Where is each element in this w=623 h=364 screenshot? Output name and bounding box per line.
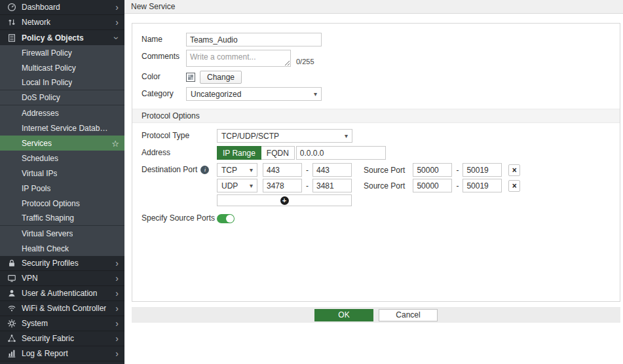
chevron-right-icon: › xyxy=(115,334,119,343)
sidebar-item-protocol-options[interactable]: Protocol Options xyxy=(0,196,124,211)
gear-icon xyxy=(7,319,16,329)
address-label: Address xyxy=(142,146,217,160)
sidebar-item-wifi-switch-controller[interactable]: WiFi & Switch Controller› xyxy=(0,301,124,316)
category-select-value: Uncategorized xyxy=(191,90,241,99)
sidebar-item-label: System xyxy=(22,319,48,328)
sidebar-item-internet-service-database[interactable]: Internet Service Database xyxy=(0,120,124,136)
sidebar-item-traffic-shaping[interactable]: Traffic Shaping xyxy=(0,211,124,226)
dest-port-high-input[interactable] xyxy=(312,163,352,177)
dest-port-low-input[interactable] xyxy=(263,163,302,177)
remove-port-row-button[interactable]: × xyxy=(508,164,520,176)
ok-button[interactable]: OK xyxy=(314,309,373,321)
protocol-type-label: Protocol Type xyxy=(142,129,217,143)
address-type-fqdn-button[interactable]: FQDN xyxy=(261,146,295,160)
sidebar-item-addresses[interactable]: Addresses xyxy=(0,105,124,120)
sidebar-item-log-report[interactable]: Log & Report› xyxy=(0,346,124,361)
sidebar-item-local-in-policy[interactable]: Local In Policy xyxy=(0,75,124,90)
sidebar-item-label: WiFi & Switch Controller xyxy=(22,304,106,313)
chevron-right-icon: › xyxy=(115,259,119,268)
sidebar-item-schedules[interactable]: Schedules xyxy=(0,151,124,166)
chevron-right-icon: › xyxy=(115,349,119,358)
sidebar-item-firewall-policy[interactable]: Firewall Policy xyxy=(0,45,124,60)
sidebar-item-multicast-policy[interactable]: Multicast Policy xyxy=(0,60,124,75)
chevron-right-icon: › xyxy=(115,289,119,298)
sidebar-item-label: Health Check xyxy=(22,244,69,253)
add-port-row-container: + xyxy=(217,194,352,206)
sidebar-item-network[interactable]: Network› xyxy=(0,15,124,30)
favorite-star-icon[interactable]: ☆ xyxy=(111,139,119,147)
sidebar-item-system[interactable]: System› xyxy=(0,316,124,331)
sidebar-item-virtual-ips[interactable]: Virtual IPs xyxy=(0,166,124,181)
name-input[interactable] xyxy=(186,33,322,46)
source-port-label: Source Port xyxy=(364,166,405,175)
app-root: Dashboard›Network›Policy & Objects›Firew… xyxy=(0,0,623,364)
chevron-down-icon: ▾ xyxy=(314,90,317,98)
sidebar-item-health-check[interactable]: Health Check xyxy=(0,241,124,256)
protocol-select-value: TCP xyxy=(221,166,237,175)
source-port-high-input[interactable] xyxy=(463,163,502,177)
form-footer: OK Cancel xyxy=(132,307,620,323)
chevron-right-icon: › xyxy=(115,274,119,283)
chevron-down-icon: ▾ xyxy=(250,182,253,189)
sidebar-item-user-authentication[interactable]: User & Authentication› xyxy=(0,286,124,301)
source-port-high-input[interactable] xyxy=(463,179,502,192)
address-input[interactable] xyxy=(296,146,386,160)
info-icon[interactable]: i xyxy=(200,166,209,174)
range-dash: - xyxy=(306,181,309,191)
destination-port-row: UDP▾-Source Port-× xyxy=(217,179,520,192)
chevron-right-icon: › xyxy=(115,18,119,27)
comments-char-counter: 0/255 xyxy=(296,58,314,67)
sidebar-item-label: DoS Policy xyxy=(22,93,60,102)
color-label: Color xyxy=(142,70,186,84)
sidebar-item-label: Dashboard xyxy=(22,3,60,12)
sidebar-item-policy-objects[interactable]: Policy & Objects› xyxy=(0,30,124,45)
protocol-select[interactable]: TCP▾ xyxy=(217,163,257,177)
remove-port-row-button[interactable]: × xyxy=(508,180,520,192)
sidebar-item-dashboard[interactable]: Dashboard› xyxy=(0,0,124,15)
destination-port-row: TCP▾-Source Port-× xyxy=(217,163,520,177)
sidebar-item-virtual-servers[interactable]: Virtual Servers xyxy=(0,226,124,241)
source-port-low-input[interactable] xyxy=(413,163,452,177)
sidebar-item-security-fabric[interactable]: Security Fabric› xyxy=(0,331,124,346)
color-change-button[interactable]: Change xyxy=(200,71,242,84)
sidebar-item-label: Protocol Options xyxy=(22,199,80,208)
address-type-ip-range-button[interactable]: IP Range xyxy=(217,146,261,160)
sidebar-item-label: Virtual Servers xyxy=(22,229,73,238)
category-select[interactable]: Uncategorized ▾ xyxy=(186,87,322,101)
log-chart-icon xyxy=(7,349,16,359)
source-port-low-input[interactable] xyxy=(413,179,452,192)
network-icon xyxy=(7,18,16,27)
specify-source-ports-row: Specify Source Ports xyxy=(132,211,620,225)
policy-icon xyxy=(7,33,16,43)
sidebar-item-label: VPN xyxy=(22,274,38,283)
sidebar-item-label: Local In Policy xyxy=(22,78,72,87)
sidebar-item-ip-pools[interactable]: IP Pools xyxy=(0,181,124,196)
destination-port-rows: TCP▾-Source Port-×UDP▾-Source Port-×+ xyxy=(217,163,520,206)
chevron-down-icon: › xyxy=(113,36,122,39)
protocol-type-select-value: TCP/UDP/SCTP xyxy=(221,132,279,141)
dest-port-low-input[interactable] xyxy=(263,179,302,192)
sidebar-item-label: Internet Service Database xyxy=(22,124,110,133)
dest-port-high-input[interactable] xyxy=(312,179,352,192)
protocol-select[interactable]: UDP▾ xyxy=(217,179,257,192)
sidebar: Dashboard›Network›Policy & Objects›Firew… xyxy=(0,0,124,364)
sidebar-item-label: Network xyxy=(22,18,50,27)
comments-textarea[interactable] xyxy=(186,50,291,67)
category-row: Category Uncategorized ▾ xyxy=(132,87,620,101)
sidebar-item-vpn[interactable]: VPN› xyxy=(0,271,124,286)
new-service-form: Name Comments 0/255 Color Change Categor… xyxy=(132,23,620,302)
add-icon[interactable]: + xyxy=(280,196,289,205)
name-label: Name xyxy=(142,33,186,46)
protocol-select-value: UDP xyxy=(221,181,238,191)
page-title: New Service xyxy=(131,2,175,11)
specify-source-ports-toggle[interactable] xyxy=(217,214,235,223)
chevron-down-icon: ▾ xyxy=(250,166,253,173)
sidebar-item-security-profiles[interactable]: Security Profiles› xyxy=(0,256,124,271)
cancel-button[interactable]: Cancel xyxy=(379,309,438,321)
sidebar-item-services[interactable]: Services☆ xyxy=(0,136,124,151)
toggle-knob xyxy=(226,215,234,223)
sidebar-item-label: Log & Report xyxy=(22,349,68,358)
lock-icon xyxy=(7,259,16,268)
sidebar-item-dos-policy[interactable]: DoS Policy xyxy=(0,90,124,105)
protocol-type-select[interactable]: TCP/UDP/SCTP ▾ xyxy=(217,129,352,143)
